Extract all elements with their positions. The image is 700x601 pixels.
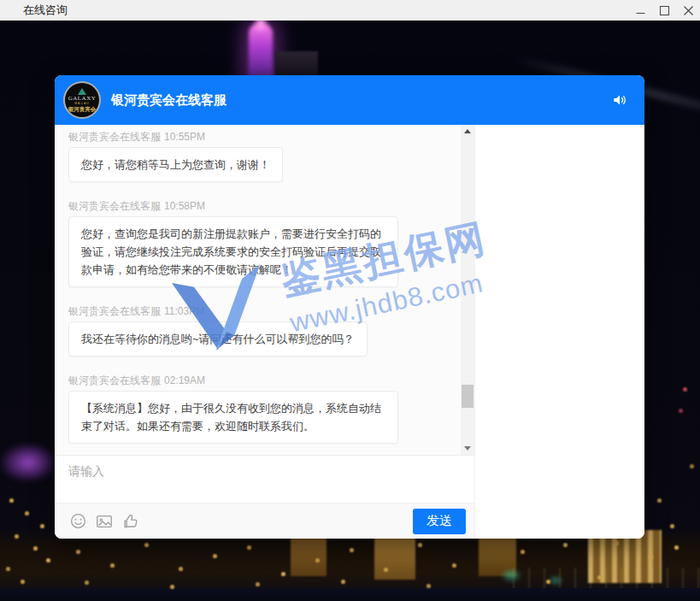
message-group: 银河贵宾会在线客服11:03PM 我还在等待你的消息哟~请问还有什么可以帮到您的… — [68, 306, 449, 356]
emoji-button[interactable] — [68, 512, 87, 531]
scroll-down-button[interactable] — [461, 442, 474, 455]
logo-brand: GALAXY — [68, 96, 97, 102]
galaxy-logo: GALAXY MACAU 银河贵宾会 — [63, 81, 101, 119]
message-bubble: 我还在等待你的消息哟~请问还有什么可以帮到您的吗？ — [68, 321, 368, 356]
chat-column: 银河贵宾会在线客服10:55PM 您好，请您稍等马上为您查询，谢谢！ 银河贵宾会… — [55, 125, 474, 539]
message-sender: 银河贵宾会在线客服 — [68, 305, 161, 317]
message-bubble: 您好，查询您是我司的新注册提款账户，需要进行安全打码的验证，请您继续投注完成系统… — [68, 216, 398, 287]
thumbs-up-icon — [121, 512, 140, 531]
minimize-button[interactable] — [628, 0, 652, 21]
photo-gold-building — [291, 533, 326, 576]
message-text: 我还在等待你的消息哟~请问还有什么可以帮到您的吗？ — [81, 330, 355, 348]
close-button[interactable] — [676, 0, 700, 21]
maximize-button[interactable] — [652, 0, 676, 21]
chat-header: GALAXY MACAU 银河贵宾会 银河贵宾会在线客服 — [55, 75, 644, 125]
minimize-icon — [636, 6, 645, 15]
message-bubble: 您好，请您稍等马上为您查询，谢谢！ — [68, 147, 283, 182]
message-time: 10:55PM — [164, 131, 205, 143]
message-group: 银河贵宾会在线客服10:55PM 您好，请您稍等马上为您查询，谢谢！ — [68, 132, 449, 182]
image-icon — [95, 512, 114, 531]
photo-water — [0, 588, 700, 601]
chat-title: 银河贵宾会在线客服 — [111, 92, 226, 109]
chat-window: 在线咨询 — [0, 0, 700, 601]
sound-toggle[interactable] — [610, 91, 629, 109]
image-upload-button[interactable] — [95, 512, 114, 531]
message-text: 您好，请您稍等马上为您查询，谢谢！ — [81, 156, 270, 174]
message-bubble: 【系统消息】您好，由于很久没有收到您的消息，系统自动结束了对话。如果还有需要，欢… — [68, 391, 398, 444]
message-sender: 银河贵宾会在线客服 — [68, 374, 161, 386]
scrollbar-thumb[interactable] — [462, 385, 474, 408]
scrollbar[interactable] — [461, 125, 474, 455]
triangle-up-icon — [464, 129, 471, 133]
message-meta: 银河贵宾会在线客服11:03PM — [68, 306, 449, 317]
message-list: 银河贵宾会在线客服10:55PM 您好，请您稍等马上为您查询，谢谢！ 银河贵宾会… — [55, 125, 474, 444]
panel-empty-area — [474, 125, 644, 539]
message-meta: 银河贵宾会在线客服10:58PM — [68, 201, 449, 212]
message-viewport: 银河贵宾会在线客服10:55PM 您好，请您稍等马上为您查询，谢谢！ 银河贵宾会… — [55, 125, 474, 455]
logo-sub: MACAU — [74, 103, 90, 106]
chat-panel: GALAXY MACAU 银河贵宾会 银河贵宾会在线客服 — [55, 75, 644, 539]
window-controls — [628, 0, 700, 21]
message-time: 02:19AM — [164, 374, 205, 386]
message-time: 11:03PM — [164, 305, 204, 317]
emoji-icon — [69, 512, 87, 530]
maximize-icon — [660, 6, 669, 15]
message-sender: 银河贵宾会在线客服 — [68, 131, 161, 143]
message-text: 您好，查询您是我司的新注册提款账户，需要进行安全打码的验证，请您继续投注完成系统… — [81, 225, 385, 279]
message-group: 银河贵宾会在线客服02:19AM 【系统消息】您好，由于很久没有收到您的消息，系… — [68, 375, 449, 444]
send-button[interactable]: 发送 — [413, 509, 466, 534]
photo-building — [275, 51, 318, 77]
window-title: 在线咨询 — [23, 3, 68, 18]
message-text: 【系统消息】您好，由于很久没有收到您的消息，系统自动结束了对话。如果还有需要，欢… — [81, 399, 385, 435]
photo-gold-building — [374, 532, 415, 580]
message-sender: 银河贵宾会在线客服 — [68, 200, 161, 212]
thumbs-up-button[interactable] — [121, 512, 140, 531]
message-group: 银河贵宾会在线客服10:58PM 您好，查询您是我司的新注册提款账户，需要进行安… — [68, 201, 449, 287]
chat-body: 银河贵宾会在线客服10:55PM 您好，请您稍等马上为您查询，谢谢！ 银河贵宾会… — [55, 125, 644, 539]
close-icon — [684, 6, 693, 15]
composer-toolbar: 发送 — [55, 503, 474, 539]
photo-purple-lights — [2, 445, 55, 480]
message-time: 10:58PM — [164, 200, 205, 212]
message-meta: 银河贵宾会在线客服10:55PM — [68, 132, 449, 143]
message-input-area — [55, 455, 474, 503]
logo-cn: 银河贵宾会 — [68, 107, 97, 113]
message-meta: 银河贵宾会在线客服02:19AM — [68, 375, 449, 386]
photo-scattered-lights — [0, 21, 3, 23]
message-input[interactable] — [55, 456, 474, 503]
scroll-up-button[interactable] — [461, 125, 474, 138]
speaker-icon — [611, 91, 628, 109]
pyramid-icon — [78, 88, 86, 95]
titlebar: 在线咨询 — [0, 0, 700, 21]
triangle-down-icon — [464, 446, 471, 451]
